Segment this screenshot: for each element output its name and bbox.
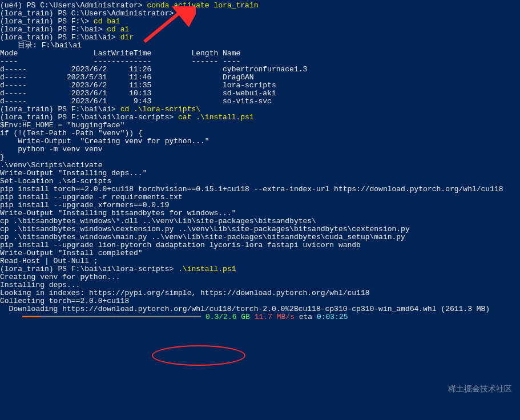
- terminal-segment: 0.3/2.6 GB: [205, 313, 250, 321]
- terminal-line: d----- 2023/5/31 11:46 DragGAN: [0, 74, 520, 82]
- terminal-segment: if (!(Test-Path -Path "venv")) {: [0, 129, 143, 138]
- terminal-segment: conda activate lora_train: [147, 1, 258, 10]
- terminal-segment: d----- 2023/6/2 11:26 cybertronfurnace1.…: [0, 65, 307, 74]
- terminal-line: Write-Output "Installing bitsandbytes fo…: [0, 209, 520, 217]
- terminal-line: d----- 2023/6/2 11:35 lora-scripts: [0, 82, 520, 90]
- terminal-segment: d----- 2023/6/2 11:35 lora-scripts: [0, 81, 276, 90]
- terminal-segment: Looking in indexes: https://pypi.org/sim…: [0, 289, 370, 297]
- terminal-line: if (!(Test-Path -Path "venv")) {: [0, 130, 520, 138]
- terminal-segment: (lora_train) PS F:\bai\ai>: [0, 33, 120, 42]
- terminal-segment: Write-Output "Installing deps...": [0, 169, 147, 177]
- terminal-segment: cd .\lora-scripts\: [120, 105, 200, 114]
- terminal-line: Write-Output "Install completed": [0, 249, 520, 257]
- terminal-segment: pip install --upgrade lion-pytorch dadap…: [0, 241, 361, 249]
- terminal-segment: Set-Location .\sd-scripts: [0, 177, 111, 185]
- terminal-segment: pip install torch==2.0.0+cu118 torchvisi…: [0, 185, 503, 193]
- terminal-line: Collecting torch==2.0.0+cu118: [0, 297, 520, 305]
- terminal-line: Installing deps...: [0, 281, 520, 289]
- terminal-line: d----- 2023/6/1 10:13 sd-webui-aki: [0, 90, 520, 98]
- terminal-segment: Creating venv for python...: [0, 273, 120, 281]
- terminal-segment: Downloading https://download.pytorch.org…: [0, 305, 490, 313]
- terminal-line: cp .\bitsandbytes_windows\*.dll ..\venv\…: [0, 217, 520, 225]
- terminal-line: Write-Output "Installing deps...": [0, 169, 520, 177]
- terminal-line: Write-Output "Creating venv for python..…: [0, 138, 520, 146]
- terminal-line: }: [0, 154, 520, 161]
- annotation-circle-icon: [152, 345, 245, 366]
- terminal-segment: Write-Output "Creating venv for python..…: [0, 137, 209, 146]
- terminal-segment: 目录: F:\bai\ai: [0, 41, 82, 50]
- terminal-segment: (lora_train) PS F:\bai>: [0, 25, 107, 34]
- terminal-line: pip install --upgrade lion-pytorch dadap…: [0, 241, 520, 249]
- terminal-segment: cat .\install.ps1: [178, 113, 254, 122]
- terminal-line: ---- ------------- ------ ----: [0, 58, 520, 66]
- terminal-line: python -m venv venv: [0, 146, 520, 154]
- terminal-line: (lora_train) PS F:\bai\ai> cd .\lora-scr…: [0, 106, 520, 114]
- terminal-line: d----- 2023/6/1 9:43 so-vits-svc: [0, 98, 520, 106]
- terminal-segment: [0, 313, 22, 321]
- terminal-segment: f:: [178, 9, 187, 18]
- terminal-segment: (lora_train) PS F:\bai\ai\lora-scripts>: [0, 265, 178, 273]
- terminal-segment: cd ai: [107, 25, 129, 34]
- terminal-segment: (ue4) PS C:\Users\Administrator>: [0, 1, 147, 10]
- terminal-segment: Write-Output "Install completed": [0, 249, 143, 257]
- terminal-line: cp .\bitsandbytes_windows\cextension.py …: [0, 225, 520, 233]
- terminal-line: Read-Host | Out-Null ;: [0, 257, 520, 265]
- terminal-segment: }: [0, 153, 5, 161]
- terminal-line: (lora_train) PS F:\bai> cd ai: [0, 26, 520, 34]
- terminal-output[interactable]: (ue4) PS C:\Users\Administrator> conda a…: [0, 0, 520, 321]
- terminal-segment: d----- 2023/5/31 11:46 DragGAN: [0, 73, 254, 82]
- terminal-segment: d----- 2023/6/1 9:43 so-vits-svc: [0, 97, 272, 106]
- terminal-segment: d----- 2023/6/1 10:13 sd-webui-aki: [0, 89, 276, 98]
- terminal-line: (lora_train) PS F:\bai\ai\lora-scripts> …: [0, 265, 520, 273]
- terminal-line: .\venv\Scripts\activate: [0, 161, 520, 169]
- terminal-segment: $Env:HF_HOME = "huggingface": [0, 121, 124, 130]
- terminal-line: pip install --upgrade -r requirements.tx…: [0, 193, 520, 201]
- terminal-segment: ━━━━: [22, 313, 40, 321]
- terminal-line: (lora_train) PS F:\> cd bai: [0, 18, 520, 26]
- terminal-segment: (lora_train) PS F:\bai\ai>: [0, 105, 120, 114]
- terminal-segment: (lora_train) PS F:\>: [0, 17, 94, 26]
- terminal-segment: .\venv\Scripts\activate: [0, 161, 102, 169]
- terminal-segment: (lora_train) PS C:\Users\Administrator>: [0, 9, 178, 18]
- terminal-segment: python -m venv venv: [0, 145, 102, 154]
- terminal-segment: Read-Host | Out-Null ;: [0, 257, 98, 265]
- terminal-segment: cp .\bitsandbytes_windows\main.py ..\ven…: [0, 233, 405, 241]
- terminal-line: $Env:HF_HOME = "huggingface": [0, 122, 520, 130]
- terminal-line: (lora_train) PS F:\bai\ai> dir: [0, 34, 520, 42]
- terminal-segment: cp .\bitsandbytes_windows\*.dll ..\venv\…: [0, 217, 316, 225]
- terminal-segment: (lora_train) PS F:\bai\ai\lora-scripts>: [0, 113, 178, 122]
- terminal-line: 目录: F:\bai\ai: [0, 42, 520, 50]
- terminal-segment: .\install.ps1: [178, 265, 236, 273]
- terminal-line: Looking in indexes: https://pypi.org/sim…: [0, 289, 520, 297]
- terminal-line: pip install torch==2.0.0+cu118 torchvisi…: [0, 185, 520, 193]
- terminal-segment: [250, 313, 255, 321]
- terminal-segment: cd bai: [94, 17, 120, 26]
- terminal-segment: Write-Output "Installing bitsandbytes fo…: [0, 209, 236, 217]
- terminal-segment: 0:03:25: [317, 313, 348, 321]
- watermark-text: 稀土掘金技术社区: [448, 385, 512, 393]
- terminal-line: pip install --upgrade xformers==0.0.19: [0, 201, 520, 209]
- terminal-segment: Collecting torch==2.0.0+cu118: [0, 297, 129, 305]
- terminal-line: (lora_train) PS F:\bai\ai\lora-scripts> …: [0, 114, 520, 122]
- terminal-segment: ━━━━━━━━━━━━━━━━━━━━━━━━━━━━━━━━━━━━: [40, 313, 201, 321]
- terminal-segment: pip install --upgrade xformers==0.0.19: [0, 201, 169, 209]
- terminal-segment: Mode LastWriteTime Length Name: [0, 49, 240, 58]
- terminal-segment: cp .\bitsandbytes_windows\cextension.py …: [0, 225, 410, 233]
- terminal-segment: pip install --upgrade -r requirements.tx…: [0, 193, 183, 201]
- terminal-line: Downloading https://download.pytorch.org…: [0, 305, 520, 313]
- terminal-line: cp .\bitsandbytes_windows\main.py ..\ven…: [0, 233, 520, 241]
- terminal-segment: Installing deps...: [0, 281, 80, 289]
- terminal-line: ━━━━━━━━━━━━━━━━━━━━━━━━━━━━━━━━━━━━━━━━…: [0, 313, 520, 321]
- terminal-segment: ---- ------------- ------ ----: [0, 57, 240, 66]
- terminal-segment: eta: [295, 313, 317, 321]
- terminal-line: d----- 2023/6/2 11:26 cybertronfurnace1.…: [0, 66, 520, 74]
- terminal-line: (ue4) PS C:\Users\Administrator> conda a…: [0, 2, 520, 10]
- terminal-line: Set-Location .\sd-scripts: [0, 177, 520, 185]
- terminal-segment: [201, 313, 205, 321]
- terminal-line: Creating venv for python...: [0, 273, 520, 281]
- terminal-segment: 11.7 MB/s: [255, 313, 295, 321]
- terminal-line: (lora_train) PS C:\Users\Administrator> …: [0, 10, 520, 18]
- terminal-segment: dir: [120, 33, 134, 42]
- terminal-line: Mode LastWriteTime Length Name: [0, 50, 520, 58]
